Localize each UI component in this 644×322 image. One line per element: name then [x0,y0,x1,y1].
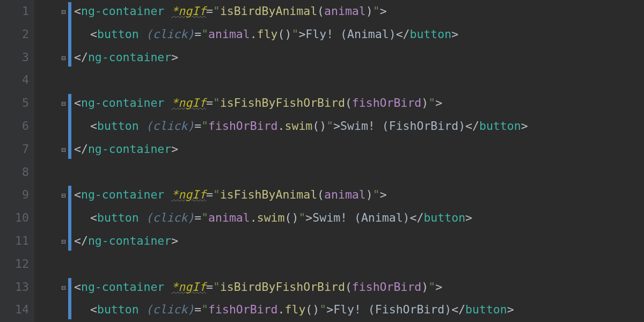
token-q: " [213,4,220,18]
code-line[interactable]: </ng-container> [74,230,644,253]
line-number: 11 [0,230,29,253]
token-punc: ) [421,96,428,109]
token-dot: . [278,119,285,133]
token-tag: ng-container [81,188,164,201]
token-punc: < [90,119,97,133]
fold-open-icon[interactable]: ⊟ [61,283,70,292]
token-func: isFishByAnimal [220,188,317,201]
token-punc: </ [74,234,88,247]
token-punc: ( [317,188,324,201]
token-q: " [326,119,333,133]
token-punc: ) [421,280,428,294]
token-punc: () [278,27,292,41]
fold-column: ⊟⊟⊟⊟⊟⊟⊟ [34,0,74,322]
code-line[interactable]: <ng-container *ngIf="isFishByFishOrBird(… [74,92,644,115]
token-text [139,303,146,316]
token-func: isBirdByAnimal [220,4,317,18]
line-number: 5 [0,92,29,115]
token-text: Swim! (Animal) [312,211,409,224]
token-text [164,188,171,201]
fold-open-icon[interactable]: ⊟ [61,191,70,200]
token-param: animal [324,188,366,201]
code-line[interactable]: <ng-container *ngIf="isFishByAnimal(anim… [74,184,644,207]
token-param: animal [324,4,366,18]
token-eq: = [206,4,213,18]
fold-open-icon[interactable]: ⊟ [61,99,70,108]
token-star: *ngIf [171,96,206,109]
token-star: *ngIf [171,188,206,201]
token-tag: ng-container [81,96,164,109]
token-tag: button [410,27,452,41]
token-q: " [428,96,435,109]
code-line[interactable] [74,161,644,184]
line-number: 2 [0,23,29,46]
code-line[interactable] [74,69,644,92]
token-text [164,96,171,109]
token-text [139,119,146,133]
token-punc: > [521,119,528,133]
token-punc: > [380,188,387,201]
token-tag: ng-container [81,280,164,294]
token-punc: > [380,4,387,18]
fold-open-icon[interactable]: ⊟ [61,8,70,16]
code-line[interactable]: <button (click)="fishOrBird.swim()">Swim… [74,115,644,138]
token-eq: = [206,188,213,201]
fold-close-icon[interactable]: ⊟ [61,237,70,246]
code-line[interactable] [74,253,644,276]
token-tag: ng-container [88,234,171,247]
code-line[interactable]: <button (click)="animal.fly()">Fly! (Ani… [74,23,644,46]
token-punc: ( [345,280,352,294]
token-punc: </ [465,119,479,133]
line-number: 4 [0,69,29,92]
token-tag: button [423,211,465,224]
token-punc: < [90,303,97,316]
token-punc: > [326,303,333,316]
token-text: Fly! (FishOrBird) [333,303,451,316]
code-line[interactable]: <ng-container *ngIf="isBirdByAnimal(anim… [74,0,644,23]
line-number: 14 [0,298,29,321]
token-dot: . [278,303,285,316]
token-dot: . [250,211,257,224]
token-q: " [373,188,380,201]
code-line[interactable]: </ng-container> [74,138,644,161]
token-q: " [201,303,208,316]
code-line[interactable]: <ng-container *ngIf="isBirdByFishOrBird(… [74,276,644,299]
token-tag: ng-container [88,142,171,156]
token-func: fly [257,27,278,41]
token-param: fishOrBird [208,303,277,316]
token-attr: (click) [146,119,195,133]
token-punc: < [74,280,81,294]
code-line[interactable]: <button (click)="animal.swim()">Swim! (A… [74,207,644,230]
token-star: *ngIf [171,4,206,18]
token-punc: > [507,303,514,316]
token-punc: > [171,50,178,64]
token-q: " [428,280,435,294]
token-punc: < [74,4,81,18]
fold-close-icon[interactable]: ⊟ [61,145,70,154]
token-q: " [373,4,380,18]
token-text [139,211,146,224]
token-eq: = [194,119,201,133]
token-attr: (click) [146,211,195,224]
token-tag: button [97,27,139,41]
token-eq: = [194,211,201,224]
line-number: 9 [0,184,29,207]
token-tag: button [465,303,507,316]
code-line[interactable]: <button (click)="fishOrBird.fly()">Fly! … [74,298,644,321]
line-number-gutter: 1234567891011121314 [0,0,34,322]
token-func: isBirdByFishOrBird [220,280,345,294]
token-param: fishOrBird [352,280,421,294]
token-q: " [298,211,305,224]
code-area[interactable]: <ng-container *ngIf="isBirdByAnimal(anim… [74,0,644,322]
token-func: swim [257,211,285,224]
line-number: 7 [0,138,29,161]
token-eq: = [206,96,213,109]
token-punc: > [298,27,305,41]
token-func: fly [285,303,306,316]
token-punc: > [171,234,178,247]
token-punc: > [451,27,458,41]
code-line[interactable]: </ng-container> [74,46,644,69]
line-number: 10 [0,207,29,230]
fold-close-icon[interactable]: ⊟ [61,54,70,62]
token-punc: </ [396,27,410,41]
